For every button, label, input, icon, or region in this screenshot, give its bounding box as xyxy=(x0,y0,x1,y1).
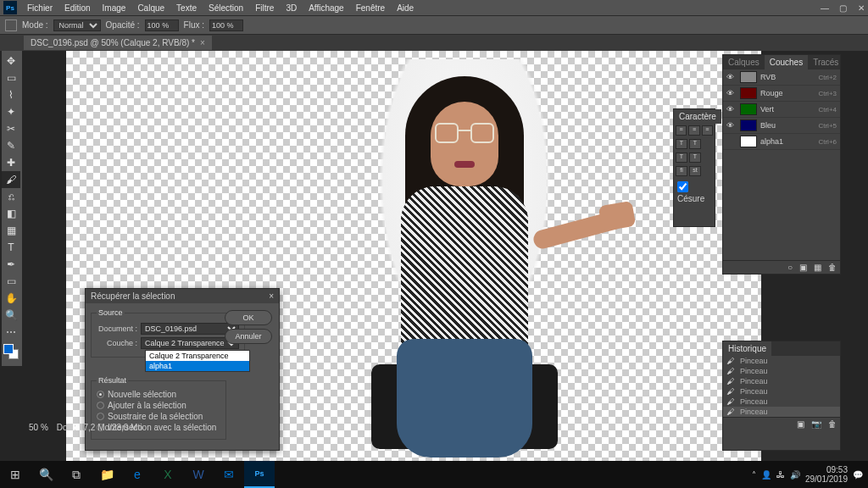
dialog-titlebar[interactable]: Récupérer la sélection × xyxy=(86,289,279,303)
crop-tool[interactable]: ✂ xyxy=(2,120,20,137)
dialog-close-icon[interactable]: × xyxy=(269,291,274,301)
new-channel-icon[interactable]: ▦ xyxy=(814,263,821,272)
menu-selection[interactable]: Sélection xyxy=(203,2,248,14)
mode-select[interactable]: Normal xyxy=(53,19,101,31)
menu-image[interactable]: Image xyxy=(97,2,131,14)
cesure-checkbox[interactable] xyxy=(677,181,688,192)
channel-dropdown-list[interactable]: Calque 2 Transparence alpha1 xyxy=(145,350,250,372)
tab-couches[interactable]: Couches xyxy=(765,55,808,69)
history-item[interactable]: 🖌Pinceau xyxy=(723,366,840,376)
delete-history-icon[interactable]: 🗑 xyxy=(828,419,837,429)
history-item[interactable]: 🖌Pinceau xyxy=(723,356,840,366)
zoom-tool[interactable]: 🔍 xyxy=(2,307,20,324)
camera-icon[interactable]: 📷 xyxy=(811,419,821,429)
channel-rouge[interactable]: 👁RougeCtrl+3 xyxy=(723,86,840,102)
menu-calque[interactable]: Calque xyxy=(132,2,170,14)
search-icon[interactable]: 🔍 xyxy=(31,461,61,488)
document-tab[interactable]: DSC_0196.psd @ 50% (Calque 2, RVB/8) * × xyxy=(24,36,212,50)
photoshop-taskbar-icon[interactable]: Ps xyxy=(244,461,275,488)
radio-new-selection[interactable]: Nouvelle sélection xyxy=(97,390,220,399)
menu-aide[interactable]: Aide xyxy=(392,2,419,14)
menu-fichier[interactable]: Fichier xyxy=(22,2,58,14)
align-center-icon[interactable]: ≡ xyxy=(688,125,699,136)
delete-channel-icon[interactable]: 🗑 xyxy=(828,263,837,272)
color-swatches[interactable] xyxy=(2,344,22,364)
explorer-icon[interactable]: 📁 xyxy=(92,461,122,488)
char-btn[interactable]: T xyxy=(676,152,687,163)
menu-affichage[interactable]: Affichage xyxy=(303,2,349,14)
wand-tool[interactable]: ✦ xyxy=(2,103,20,120)
history-item[interactable]: 🖌Pinceau xyxy=(723,386,840,396)
align-right-icon[interactable]: ≡ xyxy=(702,125,713,136)
network-icon[interactable]: 🖧 xyxy=(776,470,785,480)
brush-tool[interactable]: 🖌 xyxy=(2,171,20,188)
menu-filtre[interactable]: Filtre xyxy=(250,2,279,14)
channel-bleu[interactable]: 👁BleuCtrl+5 xyxy=(723,118,840,134)
char-btn[interactable]: T xyxy=(689,152,701,163)
char-btn[interactable]: T xyxy=(676,139,687,149)
ok-button[interactable]: OK xyxy=(225,310,272,325)
eye-icon[interactable]: 👁 xyxy=(726,105,737,114)
gradient-tool[interactable]: ▦ xyxy=(2,222,20,239)
fg-color[interactable] xyxy=(3,344,14,354)
close-button[interactable]: ✕ xyxy=(853,2,865,14)
dropdown-option-1[interactable]: alpha1 xyxy=(146,361,249,371)
heal-tool[interactable]: ✚ xyxy=(2,154,20,171)
clock[interactable]: 09:53 29/01/2019 xyxy=(805,465,848,484)
task-view-icon[interactable]: ⧉ xyxy=(61,461,92,488)
history-item[interactable]: 🖌Pinceau xyxy=(723,376,840,386)
hand-tool[interactable]: ✋ xyxy=(2,290,20,307)
brush-preview[interactable] xyxy=(5,19,17,31)
char-btn[interactable]: st xyxy=(689,166,701,176)
opacity-input[interactable] xyxy=(145,19,179,31)
stamp-tool[interactable]: ⎌ xyxy=(2,188,20,205)
word-icon[interactable]: W xyxy=(183,461,214,488)
tab-traces[interactable]: Tracés xyxy=(808,55,843,69)
marquee-tool[interactable]: ▭ xyxy=(2,69,20,86)
channel-to-selection-icon[interactable]: ○ xyxy=(787,263,793,272)
people-icon[interactable]: 👤 xyxy=(761,470,771,480)
menu-3d[interactable]: 3D xyxy=(281,2,302,14)
channel-rvb[interactable]: 👁RVBCtrl+2 xyxy=(723,69,840,86)
mail-icon[interactable]: ✉ xyxy=(214,461,244,488)
channel-vert[interactable]: 👁VertCtrl+4 xyxy=(723,102,840,118)
zoom-level[interactable]: 50 % xyxy=(29,423,48,432)
align-left-icon[interactable]: ≡ xyxy=(676,125,687,136)
shape-tool[interactable]: ▭ xyxy=(2,273,20,290)
tab-historique[interactable]: Historique xyxy=(723,341,771,356)
char-btn[interactable]: fi xyxy=(676,166,687,176)
history-item[interactable]: 🖌Pinceau xyxy=(723,396,840,407)
maximize-button[interactable]: ▢ xyxy=(834,2,846,14)
close-tab-icon[interactable]: × xyxy=(200,38,205,47)
pen-tool[interactable]: ✒ xyxy=(2,256,20,273)
flow-input[interactable] xyxy=(209,19,243,31)
eye-icon[interactable]: 👁 xyxy=(726,121,737,130)
char-btn[interactable]: T xyxy=(689,139,701,149)
menu-fenetre[interactable]: Fenêtre xyxy=(351,2,390,14)
excel-icon[interactable]: X xyxy=(153,461,183,488)
history-item[interactable]: 🖌Pinceau xyxy=(723,407,840,417)
edge-icon[interactable]: e xyxy=(122,461,153,488)
save-selection-icon[interactable]: ▣ xyxy=(799,263,807,272)
notifications-icon[interactable]: 💬 xyxy=(853,470,863,480)
start-button[interactable]: ⊞ xyxy=(0,461,31,488)
eye-icon[interactable]: 👁 xyxy=(726,89,737,97)
menu-texte[interactable]: Texte xyxy=(171,2,202,14)
menu-edition[interactable]: Edition xyxy=(59,2,96,14)
cancel-button[interactable]: Annuler xyxy=(225,329,272,344)
tray-up-icon[interactable]: ˄ xyxy=(752,470,756,480)
volume-icon[interactable]: 🔊 xyxy=(790,470,800,480)
move-tool[interactable]: ✥ xyxy=(2,53,20,69)
channel-alpha1[interactable]: alpha1Ctrl+6 xyxy=(723,134,840,150)
more-tools[interactable]: ⋯ xyxy=(2,324,20,341)
tab-calques[interactable]: Calques xyxy=(723,55,765,69)
lasso-tool[interactable]: ⌇ xyxy=(2,86,20,103)
dropdown-option-0[interactable]: Calque 2 Transparence xyxy=(146,351,249,361)
type-tool[interactable]: T xyxy=(2,239,20,256)
eyedropper-tool[interactable]: ✎ xyxy=(2,137,20,154)
eye-icon[interactable]: 👁 xyxy=(726,73,737,81)
tab-caractere[interactable]: Caractère xyxy=(674,109,721,124)
eraser-tool[interactable]: ◧ xyxy=(2,205,20,222)
minimize-button[interactable]: — xyxy=(815,2,827,14)
snapshot-icon[interactable]: ▣ xyxy=(797,419,804,429)
